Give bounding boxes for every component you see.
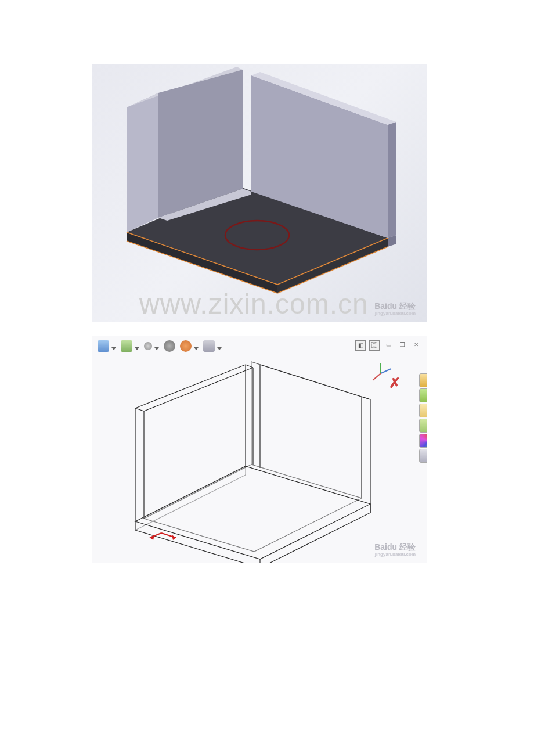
- svg-marker-39: [172, 535, 176, 540]
- svg-line-25: [135, 408, 144, 411]
- margin-divider: [70, 0, 70, 598]
- svg-marker-7: [217, 347, 222, 350]
- cad-screenshot-shaded: Baidu 经验 jingyan.baidu.com: [92, 64, 427, 322]
- appearance-icon[interactable]: [180, 340, 192, 352]
- new-icon[interactable]: [98, 340, 109, 352]
- panel-toggle-1[interactable]: ◧: [355, 340, 366, 351]
- close-button[interactable]: ✕: [411, 340, 421, 351]
- svg-line-21: [135, 365, 246, 408]
- task-pane: [419, 373, 427, 463]
- svg-line-33: [362, 397, 370, 399]
- dropdown-icon[interactable]: [135, 347, 139, 350]
- svg-line-34: [251, 362, 260, 365]
- origin-marker: [150, 533, 176, 540]
- dropdown-icon[interactable]: [154, 347, 159, 350]
- svg-line-36: [135, 475, 246, 530]
- maximize-button[interactable]: ❐: [397, 340, 407, 351]
- library-tab-icon[interactable]: [419, 388, 427, 402]
- baidu-watermark: Baidu 经验 jingyan.baidu.com: [374, 301, 416, 312]
- minimize-button[interactable]: ▭: [383, 340, 394, 351]
- svg-marker-5: [154, 347, 159, 350]
- svg-line-10: [373, 373, 381, 380]
- sphere-icon[interactable]: [164, 340, 175, 352]
- svg-line-8: [381, 369, 391, 373]
- svg-marker-18: [144, 465, 362, 552]
- right-wall-outer-edge: [388, 122, 396, 238]
- site-watermark: www.zixin.com.cn: [139, 288, 369, 320]
- appearance-tab-icon[interactable]: [419, 434, 427, 448]
- file-tab-icon[interactable]: [419, 404, 427, 417]
- cancel-icon[interactable]: ✗: [389, 375, 400, 391]
- dropdown-icon[interactable]: [194, 347, 199, 350]
- wireframe-edges: [135, 362, 370, 563]
- settings-icon[interactable]: [203, 340, 215, 352]
- svg-line-17: [260, 513, 370, 563]
- svg-marker-3: [111, 347, 116, 350]
- svg-marker-4: [135, 347, 139, 350]
- svg-line-32: [260, 365, 370, 399]
- shaded-model-svg: [92, 64, 427, 322]
- baidu-watermark: Baidu 经验 jingyan.baidu.com: [374, 542, 416, 553]
- options-tab-icon[interactable]: [419, 449, 427, 463]
- svg-marker-6: [194, 347, 199, 350]
- cad-screenshot-wireframe: ◧ ⿴ ▭ ❐ ✕ ✗: [92, 336, 427, 563]
- dropdown-icon[interactable]: [217, 347, 222, 350]
- window-controls: ◧ ⿴ ▭ ❐ ✕: [355, 340, 421, 351]
- svg-line-26: [246, 365, 253, 368]
- svg-line-24: [144, 368, 253, 411]
- view-icon[interactable]: [121, 340, 132, 352]
- dropdown-icon[interactable]: [111, 347, 116, 350]
- home-tab-icon[interactable]: [419, 373, 427, 387]
- design-tab-icon[interactable]: [419, 419, 427, 433]
- panel-toggle-2[interactable]: ⿴: [369, 340, 380, 351]
- page-container: Baidu 经验 jingyan.baidu.com www.zixin.com…: [70, 0, 511, 756]
- main-toolbar: [98, 340, 222, 352]
- display-style-icon[interactable]: [144, 342, 152, 350]
